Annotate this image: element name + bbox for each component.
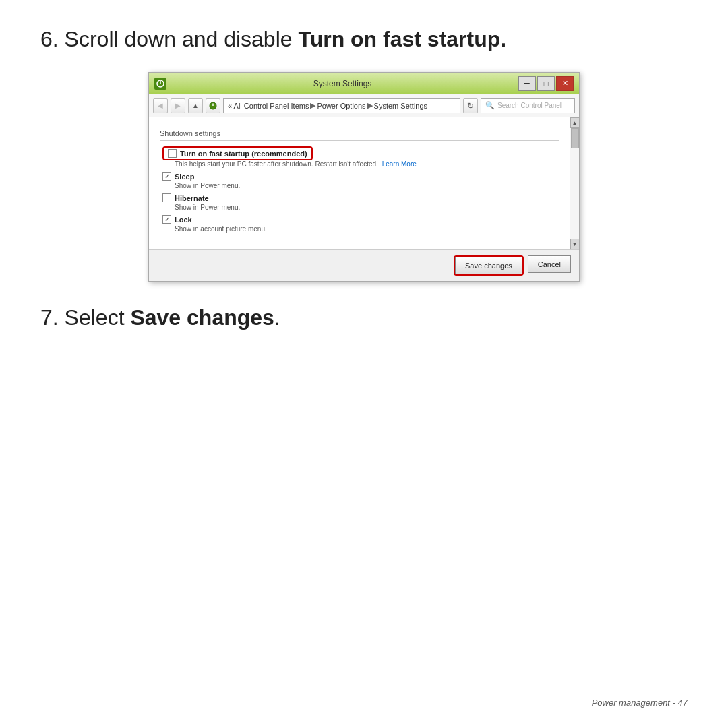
shield-icon: [208, 101, 218, 111]
fast-startup-highlight: Turn on fast startup (recommended): [162, 146, 313, 160]
scrollbar[interactable]: ▲ ▼: [570, 117, 579, 249]
lock-item: Lock Show in account picture menu.: [160, 215, 559, 233]
sleep-item: Sleep Show in Power menu.: [160, 172, 559, 189]
fast-startup-checkbox[interactable]: [168, 149, 177, 158]
back-button[interactable]: ◀: [153, 98, 168, 113]
save-changes-button[interactable]: Save changes: [455, 257, 522, 274]
lock-sub: Show in account picture menu.: [162, 225, 559, 233]
breadcrumb-part2: Power Options: [317, 102, 365, 110]
up-button[interactable]: ▲: [188, 98, 203, 113]
scrollbar-track: [570, 128, 579, 239]
hibernate-item: Hibernate Show in Power menu.: [160, 193, 559, 211]
cancel-button[interactable]: Cancel: [528, 255, 571, 273]
page-footer: Power management - 47: [592, 698, 688, 708]
breadcrumb: « All Control Panel Items ▶ Power Option…: [223, 98, 460, 113]
settings-body: Shutdown settings Turn on fast startup (…: [149, 117, 570, 249]
fast-startup-desc: This helps start your PC faster after sh…: [162, 160, 559, 168]
minimize-button[interactable]: –: [518, 76, 536, 91]
search-bar[interactable]: 🔍 Search Control Panel: [481, 98, 575, 113]
breadcrumb-arrow2: ▶: [367, 101, 373, 110]
address-bar: ◀ ▶ ▲ « All Control Panel Items ▶ Power …: [149, 94, 579, 117]
fast-startup-item: Turn on fast startup (recommended) This …: [160, 146, 559, 168]
window-controls: – □ ✕: [518, 76, 574, 91]
maximize-button[interactable]: □: [537, 76, 555, 91]
fast-startup-label: Turn on fast startup (recommended): [180, 150, 307, 158]
step-6-heading: 6. Scroll down and disable Turn on fast …: [40, 27, 688, 52]
step-6-bold: Turn on fast startup.: [298, 27, 506, 51]
lock-row: Lock: [162, 215, 559, 224]
forward-button[interactable]: ▶: [171, 98, 185, 113]
system-settings-dialog: System Settings – □ ✕ ◀ ▶ ▲ « All Contro…: [148, 72, 580, 282]
step-7-bold: Save changes: [130, 305, 274, 330]
breadcrumb-part3: System Settings: [374, 102, 427, 110]
breadcrumb-arrow1: ▶: [310, 101, 315, 110]
footer-text: Power management - 47: [592, 698, 688, 708]
section-title: Shutdown settings: [160, 129, 559, 141]
learn-more-link[interactable]: Learn More: [382, 160, 417, 168]
scroll-down-button[interactable]: ▼: [570, 239, 580, 249]
sleep-label: Sleep: [175, 173, 194, 181]
hibernate-row: Hibernate: [162, 193, 559, 202]
scroll-up-button[interactable]: ▲: [570, 117, 580, 128]
close-button[interactable]: ✕: [556, 76, 574, 91]
step-6-prefix: 6. Scroll down and disable: [40, 27, 298, 51]
titlebar: System Settings – □ ✕: [149, 73, 579, 94]
sleep-sub: Show in Power menu.: [162, 182, 559, 189]
sleep-row: Sleep: [162, 172, 559, 181]
dialog-title: System Settings: [166, 79, 518, 88]
lock-label: Lock: [175, 216, 192, 224]
refresh-button[interactable]: ↻: [463, 98, 478, 113]
scrollbar-thumb[interactable]: [571, 128, 579, 148]
titlebar-icon: [154, 78, 166, 90]
search-placeholder: Search Control Panel: [497, 102, 562, 109]
save-changes-highlight: Save changes: [454, 255, 524, 276]
hibernate-label: Hibernate: [175, 194, 209, 202]
nav-icon: [206, 98, 220, 113]
step-7-suffix: .: [274, 305, 280, 330]
sleep-checkbox[interactable]: [162, 172, 171, 181]
page-content: 6. Scroll down and disable Turn on fast …: [0, 0, 728, 357]
step-7-heading: 7. Select Save changes.: [40, 305, 688, 330]
dialog-footer: Save changes Cancel: [149, 249, 579, 281]
fast-startup-desc-text: This helps start your PC faster after sh…: [175, 160, 378, 168]
body-main: Shutdown settings Turn on fast startup (…: [149, 117, 570, 249]
lock-checkbox[interactable]: [162, 215, 171, 224]
hibernate-checkbox[interactable]: [162, 193, 171, 202]
breadcrumb-part1: « All Control Panel Items: [228, 102, 309, 110]
step-7-prefix: 7. Select: [40, 305, 130, 330]
search-icon: 🔍: [485, 101, 495, 110]
shutdown-section: Shutdown settings Turn on fast startup (…: [149, 124, 570, 242]
hibernate-sub: Show in Power menu.: [162, 204, 559, 211]
dialog-body: Shutdown settings Turn on fast startup (…: [149, 117, 579, 249]
power-icon: [156, 79, 165, 88]
